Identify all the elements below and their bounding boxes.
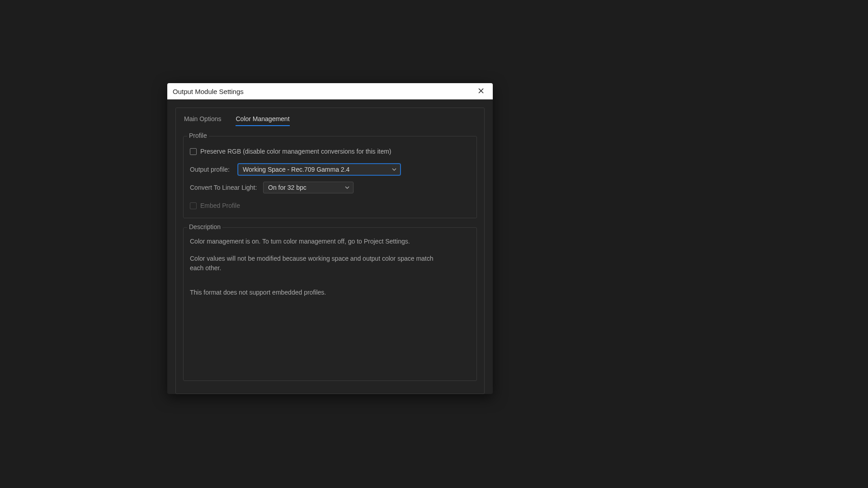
output-profile-value: Working Space - Rec.709 Gamma 2.4 (243, 166, 349, 173)
tab-bar: Main Options Color Management (183, 115, 477, 126)
convert-linear-select[interactable]: On for 32 bpc (263, 182, 354, 193)
preserve-rgb-label: Preserve RGB (disable color management c… (200, 148, 392, 155)
description-group: Description Color management is on. To t… (183, 227, 477, 381)
preserve-rgb-row: Preserve RGB (disable color management c… (190, 145, 470, 157)
embed-profile-checkbox (190, 202, 197, 209)
output-profile-select[interactable]: Working Space - Rec.709 Gamma 2.4 (238, 164, 401, 175)
output-profile-row: Output profile: Working Space - Rec.709 … (190, 164, 470, 175)
description-legend: Description (187, 223, 222, 230)
settings-panel: Main Options Color Management Profile Pr… (175, 108, 485, 394)
convert-linear-label: Convert To Linear Light: (190, 184, 259, 191)
description-line-2: Color values will not be modified becaus… (190, 254, 443, 272)
profile-legend: Profile (187, 132, 209, 139)
embed-profile-row: Embed Profile (190, 200, 470, 211)
close-icon (477, 87, 485, 96)
output-profile-label: Output profile: (190, 166, 233, 173)
chevron-down-icon (345, 185, 349, 190)
chevron-down-icon (392, 167, 396, 172)
profile-group: Profile Preserve RGB (disable color mana… (183, 136, 477, 218)
tab-main-options[interactable]: Main Options (184, 115, 221, 126)
preserve-rgb-checkbox[interactable] (190, 148, 197, 155)
dialog-titlebar: Output Module Settings (167, 83, 493, 99)
tab-color-management[interactable]: Color Management (236, 115, 289, 126)
description-line-1: Color management is on. To turn color ma… (190, 237, 443, 246)
description-line-3: This format does not support embedded pr… (190, 288, 443, 297)
close-button[interactable] (475, 85, 487, 98)
convert-linear-value: On for 32 bpc (268, 184, 307, 191)
dialog-title: Output Module Settings (173, 88, 244, 95)
embed-profile-label: Embed Profile (200, 202, 240, 209)
output-module-settings-dialog: Output Module Settings Main Options Colo… (167, 83, 493, 394)
dialog-content: Main Options Color Management Profile Pr… (167, 99, 493, 394)
convert-linear-row: Convert To Linear Light: On for 32 bpc (190, 182, 470, 193)
